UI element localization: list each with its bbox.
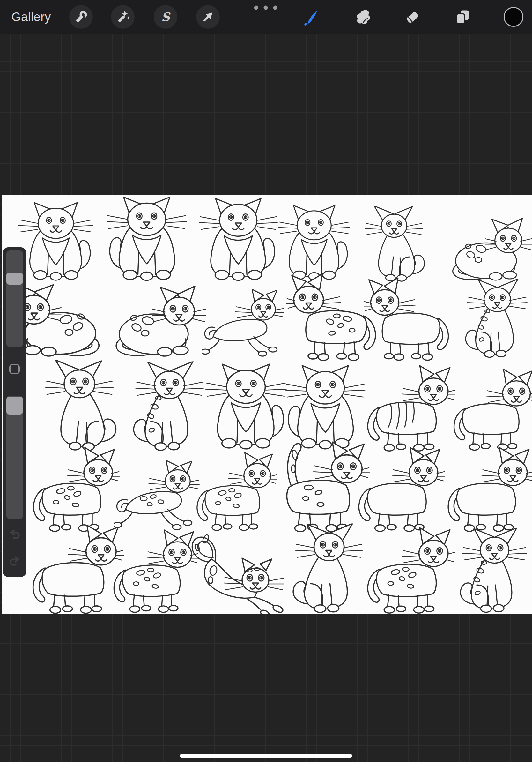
cat-sketch-r1c1	[19, 203, 93, 280]
home-indicator[interactable]	[180, 754, 352, 758]
cat-sketch-r4c3	[197, 452, 277, 530]
cat-sketch-r1c4	[279, 205, 350, 280]
cat-sketch-r3c3	[205, 364, 287, 449]
cat-sketch-r4c6	[448, 448, 532, 531]
brush-size-slider[interactable]	[6, 251, 23, 347]
cat-sketch-r4c4	[287, 442, 369, 532]
paint-brush-icon	[302, 8, 320, 26]
smudge-tool-button[interactable]	[353, 8, 371, 26]
cat-sketch-r3c5	[368, 366, 455, 451]
opacity-handle[interactable]	[6, 397, 23, 415]
undo-button[interactable]	[7, 527, 22, 542]
selection-s-icon: S	[158, 9, 173, 25]
cat-sketch-r5c3	[192, 534, 284, 614]
cat-sketch-r3c6	[454, 369, 532, 450]
transform-arrow-icon	[200, 9, 216, 25]
layers-button[interactable]	[453, 8, 471, 26]
brush-size-handle[interactable]	[6, 272, 23, 285]
wrench-icon	[73, 9, 89, 25]
cat-sketch-r1c5	[366, 206, 425, 281]
left-sidebar	[3, 247, 27, 577]
canvas-artwork	[2, 194, 532, 614]
gallery-button[interactable]: Gallery	[12, 0, 51, 34]
cat-sketch-r2c6	[466, 279, 527, 357]
undo-icon	[7, 527, 22, 542]
cat-sketch-r2c2	[116, 286, 205, 356]
cat-sketch-r4c1	[33, 448, 119, 531]
cat-sketch-r5c2	[114, 530, 198, 612]
artboard-canvas[interactable]	[2, 194, 532, 614]
cat-sketch-r2c3	[201, 289, 284, 356]
toolbar: Gallery S	[0, 0, 532, 34]
selection-button[interactable]: S	[154, 5, 177, 29]
transform-button[interactable]	[196, 5, 220, 29]
eraser-icon	[403, 8, 421, 26]
cat-sketch-r5c6	[461, 528, 527, 612]
magic-wand-icon	[115, 9, 130, 25]
cat-sketch-r2c5	[364, 278, 448, 360]
cat-sketch-r3c2	[134, 361, 204, 451]
cat-sketches-layer	[7, 197, 532, 614]
cat-sketch-r5c1	[33, 525, 123, 613]
cat-sketch-r3c1	[45, 360, 116, 451]
color-swatch-button[interactable]	[503, 7, 523, 27]
cat-sketch-r2c4	[287, 274, 376, 360]
smudge-finger-icon	[353, 8, 371, 26]
layers-icon	[453, 8, 471, 26]
cat-sketch-r4c5	[359, 448, 445, 531]
modify-button[interactable]	[9, 364, 20, 374]
svg-text:S: S	[162, 10, 171, 24]
procreate-screen: Gallery S	[0, 0, 532, 762]
brush-tool-button[interactable]	[302, 8, 320, 26]
cat-sketch-r1c2	[107, 197, 186, 280]
cat-sketch-r1c3	[199, 198, 277, 280]
redo-button[interactable]	[7, 554, 22, 569]
erase-tool-button[interactable]	[403, 8, 421, 26]
more-options-button[interactable]	[250, 3, 282, 12]
cat-sketch-r3c4	[286, 366, 365, 449]
cat-sketch-r5c4	[293, 524, 363, 613]
adjustments-button[interactable]	[111, 5, 135, 29]
cat-sketch-r5c5	[368, 528, 455, 613]
cat-sketch-r4c2	[113, 460, 199, 530]
more-options-dots-icon	[250, 3, 282, 12]
redo-icon	[7, 554, 22, 569]
actions-button[interactable]	[69, 5, 93, 29]
cat-sketch-r1c6	[453, 219, 532, 280]
